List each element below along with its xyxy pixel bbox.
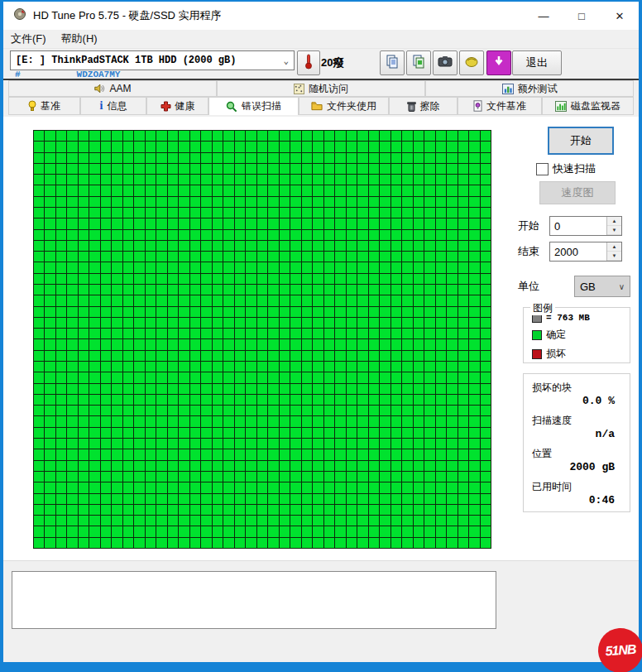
scan-grid-cell	[313, 329, 323, 338]
copy-text-button[interactable]	[380, 50, 405, 75]
scan-grid-cell	[380, 472, 390, 482]
range-start-up-icon[interactable]: ▲	[607, 217, 621, 226]
tab-error-scan[interactable]: 错误扫描	[208, 97, 299, 115]
scan-grid-cell	[436, 252, 447, 262]
tab-disk-monitor[interactable]: 磁盘监视器	[542, 97, 634, 115]
scan-grid-cell	[313, 252, 323, 262]
scan-grid-cell	[257, 218, 267, 228]
scan-grid-cell	[402, 526, 412, 536]
screenshot-button[interactable]	[433, 50, 458, 75]
temperature-button[interactable]	[297, 50, 320, 75]
copy-image-button[interactable]	[406, 50, 431, 75]
scan-grid-cell	[313, 516, 323, 526]
scan-grid-cell	[56, 131, 66, 141]
scan-grid-cell	[190, 526, 200, 536]
scan-grid-cell	[391, 395, 401, 405]
scan-grid-cell	[168, 538, 178, 548]
scan-grid-cell	[335, 252, 346, 262]
scan-grid-cell	[156, 526, 166, 536]
scan-grid-cell	[447, 461, 457, 471]
scan-grid-cell	[324, 526, 334, 536]
scan-grid-cell	[156, 461, 166, 471]
scan-grid-cell	[391, 449, 401, 459]
scan-grid-cell	[79, 395, 89, 405]
scan-grid-cell	[357, 395, 367, 405]
scan-grid-cell	[235, 494, 246, 504]
quick-scan-checkbox[interactable]	[536, 163, 549, 175]
scan-grid-cell	[213, 416, 223, 426]
maximize-button[interactable]: □	[563, 2, 601, 30]
scan-grid-cell	[201, 526, 211, 536]
tab-aam[interactable]: AAM	[8, 80, 217, 97]
scan-grid-cell	[469, 461, 479, 471]
tab-erase[interactable]: 擦除	[389, 97, 458, 115]
scan-grid-cell	[156, 295, 166, 305]
range-start-label: 开始	[518, 218, 549, 233]
tab-folder-usage[interactable]: 文件夹使用	[299, 97, 389, 115]
scan-grid-cell	[101, 395, 111, 405]
scan-grid-cell	[156, 230, 166, 240]
start-scan-button[interactable]: 开始	[548, 127, 614, 155]
range-end-down-icon[interactable]: ▼	[607, 252, 621, 261]
scan-grid-cell	[112, 252, 122, 262]
scan-grid-cell	[402, 285, 412, 295]
range-start-down-icon[interactable]: ▼	[607, 226, 621, 235]
scan-grid-cell	[436, 505, 447, 515]
scan-grid-cell	[79, 339, 89, 349]
range-end-up-icon[interactable]: ▲	[607, 242, 621, 252]
scan-grid-cell	[89, 164, 99, 174]
scan-grid-cell	[101, 505, 111, 515]
menu-file[interactable]: 文件(F)	[3, 30, 54, 48]
scan-grid-cell	[146, 208, 156, 218]
speed-map-button[interactable]: 速度图	[539, 181, 616, 204]
scan-grid-cell	[79, 262, 89, 272]
minimize-button[interactable]: —	[525, 2, 563, 30]
scan-grid-cell	[347, 472, 357, 482]
range-end-input[interactable]: 2000 ▲ ▼	[549, 242, 622, 262]
unit-select[interactable]: GB ∨	[574, 276, 630, 297]
scan-grid-cell	[190, 461, 200, 471]
menu-help[interactable]: 帮助(H)	[54, 30, 105, 48]
scan-grid-cell	[347, 526, 357, 536]
scan-grid-cell	[268, 516, 278, 526]
scan-grid-cell	[67, 526, 77, 536]
scan-grid-cell	[112, 218, 122, 228]
scan-grid-cell	[481, 318, 491, 328]
scan-grid-cell	[146, 538, 156, 548]
tab-random-access[interactable]: 随机访问	[217, 80, 425, 97]
scan-grid-cell	[290, 318, 300, 328]
scan-grid-cell	[235, 197, 246, 207]
scan-grid-cell	[56, 241, 66, 251]
close-button[interactable]: ✕	[601, 2, 639, 30]
scan-grid-cell	[347, 153, 357, 163]
scan-grid-cell	[45, 351, 55, 361]
scan-grid-cell	[235, 208, 246, 218]
scan-grid-cell	[67, 252, 77, 262]
exit-button[interactable]: 退出	[512, 50, 562, 75]
tab-extra-tests[interactable]: 额外测试	[425, 80, 634, 97]
scan-grid-cell	[123, 362, 133, 372]
range-end-row: 结束 2000 ▲ ▼	[518, 242, 622, 262]
tab-benchmark[interactable]: 基准	[8, 97, 80, 115]
range-start-input[interactable]: 0 ▲ ▼	[549, 216, 622, 236]
scan-grid-cell	[268, 362, 278, 372]
log-textbox[interactable]	[12, 571, 496, 629]
scan-grid-cell	[123, 274, 133, 284]
scan-grid-cell	[280, 439, 290, 449]
scan-grid-cell	[447, 142, 457, 151]
save-button[interactable]	[486, 50, 511, 75]
tab-info[interactable]: i 信息	[80, 97, 146, 115]
scan-grid-cell	[79, 494, 89, 504]
tab-health[interactable]: 健康	[146, 97, 208, 115]
scan-grid-cell	[156, 329, 166, 338]
tab-file-benchmark[interactable]: 文件基准	[458, 97, 542, 115]
scan-grid-cell	[168, 197, 178, 207]
scan-grid-cell	[357, 516, 367, 526]
scan-grid-cell	[302, 185, 312, 195]
drive-selector[interactable]: [E: ] ThinkPadSTACK 1TB HDD (2000 gB) ⌄	[10, 50, 295, 70]
scan-grid-cell	[56, 339, 66, 349]
options-button[interactable]	[459, 50, 484, 75]
scan-grid-cell	[56, 372, 66, 382]
scan-grid-cell	[369, 526, 379, 536]
scan-grid-cell	[290, 384, 300, 394]
